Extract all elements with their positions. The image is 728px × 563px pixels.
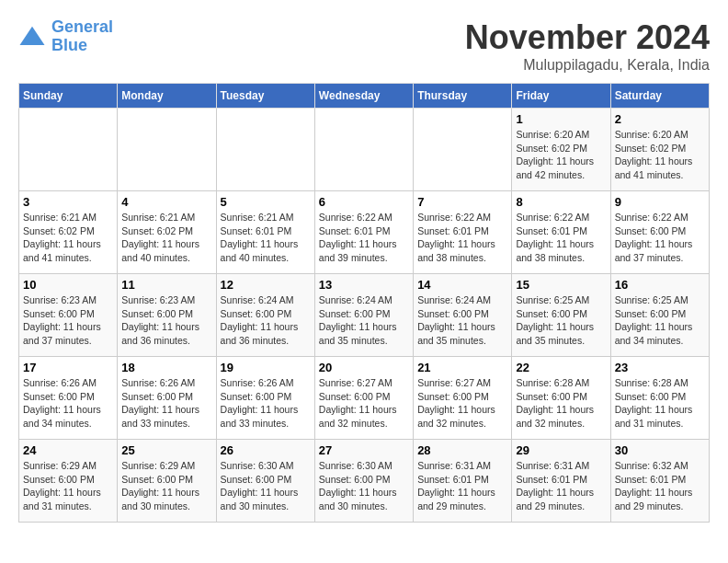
- day-number: 19: [221, 361, 311, 374]
- calendar-cell: 25Sunrise: 6:29 AM Sunset: 6:00 PM Dayli…: [118, 440, 216, 523]
- calendar-cell: 5Sunrise: 6:21 AM Sunset: 6:01 PM Daylig…: [216, 191, 314, 274]
- day-number: 20: [319, 361, 409, 374]
- calendar-cell: 22Sunrise: 6:28 AM Sunset: 6:00 PM Dayli…: [512, 357, 610, 440]
- day-number: 6: [319, 195, 409, 209]
- calendar-cell: [19, 109, 118, 191]
- month-title: November 2024: [465, 18, 710, 57]
- calendar-cell: 14Sunrise: 6:24 AM Sunset: 6:00 PM Dayli…: [414, 274, 512, 357]
- calendar-cell: [314, 109, 413, 191]
- day-detail: Sunrise: 6:25 AM Sunset: 6:00 PM Dayligh…: [615, 293, 705, 348]
- day-number: 2: [615, 112, 705, 126]
- day-detail: Sunrise: 6:32 AM Sunset: 6:01 PM Dayligh…: [615, 459, 705, 513]
- page-header: General Blue November 2024 Muluppilagadu…: [18, 18, 710, 74]
- calendar-header-cell: Thursday: [414, 84, 512, 109]
- calendar-cell: 4Sunrise: 6:21 AM Sunset: 6:02 PM Daylig…: [118, 191, 216, 274]
- calendar-row: 17Sunrise: 6:26 AM Sunset: 6:00 PM Dayli…: [19, 357, 710, 440]
- day-number: 13: [319, 278, 409, 292]
- day-detail: Sunrise: 6:29 AM Sunset: 6:00 PM Dayligh…: [23, 459, 113, 513]
- day-detail: Sunrise: 6:25 AM Sunset: 6:00 PM Dayligh…: [516, 293, 606, 348]
- day-detail: Sunrise: 6:20 AM Sunset: 6:02 PM Dayligh…: [516, 128, 606, 182]
- calendar-cell: 10Sunrise: 6:23 AM Sunset: 6:00 PM Dayli…: [19, 274, 118, 357]
- day-detail: Sunrise: 6:26 AM Sunset: 6:00 PM Dayligh…: [23, 376, 113, 431]
- calendar-cell: 9Sunrise: 6:22 AM Sunset: 6:00 PM Daylig…: [610, 191, 709, 274]
- calendar-cell: 19Sunrise: 6:26 AM Sunset: 6:00 PM Dayli…: [216, 357, 314, 440]
- calendar-cell: 2Sunrise: 6:20 AM Sunset: 6:02 PM Daylig…: [610, 109, 709, 191]
- day-detail: Sunrise: 6:20 AM Sunset: 6:02 PM Dayligh…: [615, 128, 705, 182]
- calendar-cell: 12Sunrise: 6:24 AM Sunset: 6:00 PM Dayli…: [216, 274, 314, 357]
- day-number: 21: [417, 361, 507, 374]
- calendar-cell: 20Sunrise: 6:27 AM Sunset: 6:00 PM Dayli…: [314, 357, 413, 440]
- calendar-header-cell: Sunday: [19, 84, 118, 109]
- day-detail: Sunrise: 6:30 AM Sunset: 6:00 PM Dayligh…: [319, 459, 409, 513]
- calendar-header-row: SundayMondayTuesdayWednesdayThursdayFrid…: [19, 84, 710, 109]
- calendar-cell: 11Sunrise: 6:23 AM Sunset: 6:00 PM Dayli…: [118, 274, 216, 357]
- day-number: 23: [615, 361, 705, 374]
- day-detail: Sunrise: 6:22 AM Sunset: 6:01 PM Dayligh…: [319, 211, 409, 265]
- calendar-cell: [414, 109, 512, 191]
- title-area: November 2024 Muluppilagadu, Kerala, Ind…: [465, 18, 710, 74]
- calendar-cell: 21Sunrise: 6:27 AM Sunset: 6:00 PM Dayli…: [414, 357, 512, 440]
- day-detail: Sunrise: 6:22 AM Sunset: 6:00 PM Dayligh…: [615, 211, 705, 265]
- calendar-body: 1Sunrise: 6:20 AM Sunset: 6:02 PM Daylig…: [19, 109, 710, 523]
- day-number: 28: [417, 443, 507, 457]
- calendar-row: 24Sunrise: 6:29 AM Sunset: 6:00 PM Dayli…: [19, 440, 710, 523]
- day-detail: Sunrise: 6:24 AM Sunset: 6:00 PM Dayligh…: [221, 293, 311, 348]
- day-detail: Sunrise: 6:28 AM Sunset: 6:00 PM Dayligh…: [516, 376, 606, 431]
- day-detail: Sunrise: 6:24 AM Sunset: 6:00 PM Dayligh…: [417, 293, 507, 348]
- day-number: 7: [417, 195, 507, 209]
- calendar-cell: 23Sunrise: 6:28 AM Sunset: 6:00 PM Dayli…: [610, 357, 709, 440]
- day-number: 25: [121, 443, 211, 457]
- calendar-cell: 26Sunrise: 6:30 AM Sunset: 6:00 PM Dayli…: [216, 440, 314, 523]
- calendar-cell: 1Sunrise: 6:20 AM Sunset: 6:02 PM Daylig…: [512, 109, 610, 191]
- day-detail: Sunrise: 6:29 AM Sunset: 6:00 PM Dayligh…: [121, 459, 211, 513]
- day-detail: Sunrise: 6:31 AM Sunset: 6:01 PM Dayligh…: [417, 459, 507, 513]
- day-number: 11: [121, 278, 211, 292]
- calendar-cell: 18Sunrise: 6:26 AM Sunset: 6:00 PM Dayli…: [118, 357, 216, 440]
- day-detail: Sunrise: 6:26 AM Sunset: 6:00 PM Dayligh…: [221, 376, 311, 431]
- calendar-cell: 27Sunrise: 6:30 AM Sunset: 6:00 PM Dayli…: [314, 440, 413, 523]
- day-detail: Sunrise: 6:21 AM Sunset: 6:01 PM Dayligh…: [221, 211, 311, 265]
- calendar-cell: 7Sunrise: 6:22 AM Sunset: 6:01 PM Daylig…: [414, 191, 512, 274]
- day-number: 4: [121, 195, 211, 209]
- calendar-header-cell: Saturday: [610, 84, 709, 109]
- calendar-header-cell: Wednesday: [314, 84, 413, 109]
- day-number: 14: [417, 278, 507, 292]
- day-number: 12: [221, 278, 311, 292]
- day-detail: Sunrise: 6:30 AM Sunset: 6:00 PM Dayligh…: [221, 459, 311, 513]
- day-number: 10: [23, 278, 113, 292]
- day-number: 27: [319, 443, 409, 457]
- calendar-cell: 29Sunrise: 6:31 AM Sunset: 6:01 PM Dayli…: [512, 440, 610, 523]
- day-number: 17: [23, 361, 113, 374]
- day-detail: Sunrise: 6:31 AM Sunset: 6:01 PM Dayligh…: [516, 459, 606, 513]
- calendar-cell: 17Sunrise: 6:26 AM Sunset: 6:00 PM Dayli…: [19, 357, 118, 440]
- day-number: 3: [23, 195, 113, 209]
- day-detail: Sunrise: 6:24 AM Sunset: 6:00 PM Dayligh…: [319, 293, 409, 348]
- calendar-cell: 3Sunrise: 6:21 AM Sunset: 6:02 PM Daylig…: [19, 191, 118, 274]
- day-detail: Sunrise: 6:23 AM Sunset: 6:00 PM Dayligh…: [121, 293, 211, 348]
- calendar-header-cell: Tuesday: [216, 84, 314, 109]
- day-detail: Sunrise: 6:23 AM Sunset: 6:00 PM Dayligh…: [23, 293, 113, 348]
- logo-line1: General: [51, 17, 113, 36]
- day-detail: Sunrise: 6:21 AM Sunset: 6:02 PM Dayligh…: [121, 211, 211, 265]
- day-number: 18: [121, 361, 211, 374]
- calendar-cell: 15Sunrise: 6:25 AM Sunset: 6:00 PM Dayli…: [512, 274, 610, 357]
- calendar-header-cell: Monday: [118, 84, 216, 109]
- logo: General Blue: [18, 18, 113, 55]
- day-number: 29: [516, 443, 606, 457]
- day-detail: Sunrise: 6:22 AM Sunset: 6:01 PM Dayligh…: [516, 211, 606, 265]
- calendar-cell: 16Sunrise: 6:25 AM Sunset: 6:00 PM Dayli…: [610, 274, 709, 357]
- day-detail: Sunrise: 6:21 AM Sunset: 6:02 PM Dayligh…: [23, 211, 113, 265]
- calendar-cell: 30Sunrise: 6:32 AM Sunset: 6:01 PM Dayli…: [610, 440, 709, 523]
- calendar-cell: 28Sunrise: 6:31 AM Sunset: 6:01 PM Dayli…: [414, 440, 512, 523]
- day-detail: Sunrise: 6:22 AM Sunset: 6:01 PM Dayligh…: [417, 211, 507, 265]
- calendar-cell: 6Sunrise: 6:22 AM Sunset: 6:01 PM Daylig…: [314, 191, 413, 274]
- calendar-row: 1Sunrise: 6:20 AM Sunset: 6:02 PM Daylig…: [19, 109, 710, 191]
- day-number: 16: [615, 278, 705, 292]
- day-number: 5: [221, 195, 311, 209]
- calendar-cell: 8Sunrise: 6:22 AM Sunset: 6:01 PM Daylig…: [512, 191, 610, 274]
- calendar-cell: 24Sunrise: 6:29 AM Sunset: 6:00 PM Dayli…: [19, 440, 118, 523]
- logo-icon: [18, 23, 46, 51]
- day-number: 8: [516, 195, 606, 209]
- day-number: 30: [615, 443, 705, 457]
- day-number: 22: [516, 361, 606, 374]
